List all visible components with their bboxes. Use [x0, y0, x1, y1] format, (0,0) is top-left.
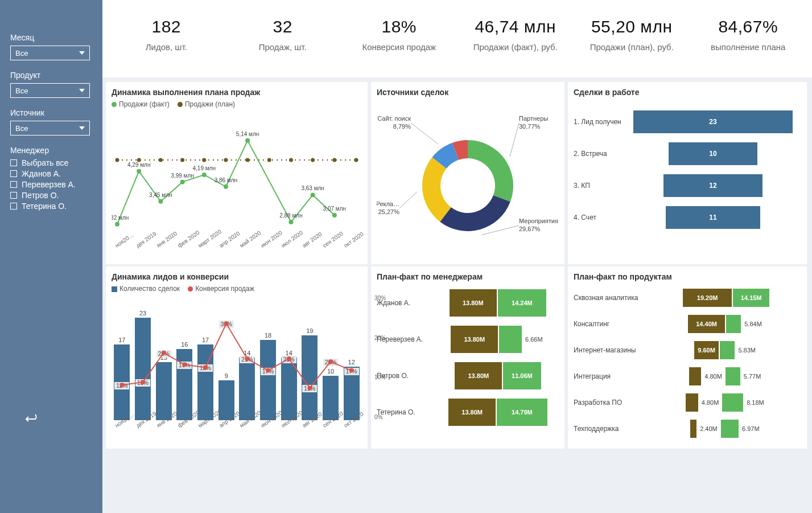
leads-bar: 2313% — [134, 310, 152, 420]
panel-leads-conversion: Динамика лидов и конверсии Количество сд… — [106, 266, 368, 449]
svg-text:5,14 млн: 5,14 млн — [236, 131, 259, 137]
kpi-card: 182Лидов, шт. — [108, 17, 225, 72]
svg-point-2 — [159, 158, 163, 162]
panel-plan-dynamics: Динамика выполнения плана продаж Продажи… — [106, 82, 368, 264]
svg-text:Рекла…: Рекла… — [377, 200, 399, 207]
funnel-row: 3. КП12 — [574, 170, 801, 202]
plan-fact-row: Техподдержка 2.40M 6.97M — [574, 416, 801, 442]
leads-bar: 1421% — [238, 350, 257, 420]
svg-point-22 — [224, 184, 228, 189]
panel-title: Источники сделок — [377, 88, 559, 97]
svg-point-6 — [246, 158, 250, 162]
checkbox-icon — [10, 159, 17, 166]
svg-point-9 — [311, 158, 315, 162]
chart-plan-dynamics: 2,82 млн4,29 млн3,45 млн3,99 млн4,19 млн… — [112, 110, 362, 241]
svg-text:3,07 млн: 3,07 млн — [323, 206, 346, 212]
kpi-card: 84,67%выполнение плана — [690, 17, 807, 72]
plan-fact-row: Интеграция 4.80M 5.77M — [574, 363, 801, 389]
leads-bar: 1911% — [300, 327, 319, 420]
kpi-value: 18% — [341, 17, 457, 36]
funnel-row: 4. Счет11 — [574, 202, 801, 233]
manager-checkbox[interactable]: Жданов А. — [10, 169, 96, 178]
leads-bar: 1421% — [279, 350, 298, 420]
main: 182Лидов, шт.32Продаж, шт.18%Конверсия п… — [102, 0, 812, 513]
svg-point-30 — [332, 213, 337, 217]
svg-text:Мероприятия: Мероприятия — [519, 217, 558, 224]
panel-managers: План-факт по менеджерам Жданов А. 13.80M… — [371, 266, 564, 449]
plan-fact-row: Сквозная аналитика 19.20M 14.15M — [574, 285, 801, 311]
checkbox-icon — [10, 203, 17, 210]
kpi-value: 182 — [108, 17, 225, 36]
sidebar: МесяцВсеПродуктВсеИсточникВсе Менеджер В… — [0, 0, 102, 513]
checkbox-icon — [10, 181, 17, 188]
svg-point-14 — [137, 169, 141, 174]
back-icon[interactable] — [23, 413, 39, 428]
panel-title: План-факт по менеджерам — [377, 272, 559, 281]
kpi-label: Продажи (план), руб. — [574, 42, 690, 52]
kpi-card: 55,20 млнПродажи (план), руб. — [574, 17, 690, 72]
panel-title: Сделки в работе — [574, 88, 801, 97]
svg-text:3,63 млн: 3,63 млн — [301, 185, 324, 191]
funnel-row: 2. Встреча10 — [574, 138, 801, 170]
leads-bar: 1323% — [154, 354, 173, 420]
filter-select[interactable]: Все — [10, 46, 90, 60]
legend: Количество сделок Конверсия продаж — [112, 285, 362, 293]
plan-fact-row: Интернет-магазины 9.60M 5.83M — [574, 337, 801, 363]
manager-filter-label: Менеджер — [10, 146, 96, 155]
svg-text:Партнеры: Партнеры — [519, 115, 548, 122]
checkbox-icon — [10, 192, 17, 199]
funnel-row: 1. Лид получен23 — [574, 106, 801, 138]
panel-pipeline: Сделки в работе 1. Лид получен232. Встре… — [568, 82, 807, 264]
checkbox-icon — [10, 170, 17, 177]
panel-title: Динамика лидов и конверсии — [112, 272, 362, 281]
svg-point-11 — [355, 158, 358, 162]
svg-text:25,27%: 25,27% — [378, 208, 400, 215]
chevron-down-icon — [79, 51, 85, 55]
svg-point-5 — [224, 158, 228, 162]
kpi-card: 18%Конверсия продаж — [341, 17, 457, 72]
kpi-label: Продажи (факт), руб. — [457, 42, 574, 52]
panel-products: План-факт по продуктам Сквозная аналитик… — [568, 266, 807, 449]
svg-text:4,29 млн: 4,29 млн — [127, 162, 150, 168]
funnel-bar: 11 — [666, 206, 760, 229]
svg-point-24 — [245, 138, 250, 143]
manager-checkbox[interactable]: Тетерина О. — [10, 202, 96, 211]
manager-checkbox[interactable]: Переверзев А. — [10, 180, 96, 189]
svg-point-16 — [158, 199, 163, 204]
kpi-label: Продаж, шт. — [225, 42, 341, 52]
svg-text:3,86 млн: 3,86 млн — [215, 177, 237, 183]
kpi-value: 55,20 млн — [574, 17, 690, 36]
legend: Продажи (факт) Продажи (план) — [112, 100, 362, 108]
filter-label: Продукт — [10, 71, 96, 80]
svg-line-38 — [399, 192, 417, 208]
filter-label: Месяц — [10, 33, 96, 42]
leads-bar: 1217% — [342, 359, 361, 420]
svg-point-7 — [267, 158, 271, 162]
leads-bar: 1712% — [113, 336, 131, 420]
filter-select[interactable]: Все — [10, 121, 90, 136]
kpi-row: 182Лидов, шт.32Продаж, шт.18%Конверсия п… — [102, 0, 812, 80]
svg-point-4 — [202, 158, 206, 162]
svg-text:8,79%: 8,79% — [393, 123, 411, 130]
plan-fact-row: Консалтинг 14.40M 5.84M — [574, 311, 801, 337]
svg-line-32 — [510, 123, 519, 157]
svg-text:30,77%: 30,77% — [519, 123, 541, 130]
chart-leads-bars: 1712%2313%1323%1619%1718%933%1421%1817%1… — [112, 295, 362, 420]
svg-text:3,45 млн: 3,45 млн — [149, 192, 172, 198]
panel-sources: Источники сделок Партнеры30,77%Мероприят… — [371, 82, 564, 264]
manager-checkbox[interactable]: Выбрать все — [10, 158, 96, 167]
kpi-label: Конверсия продаж — [341, 42, 457, 52]
filter-select[interactable]: Все — [10, 83, 90, 98]
kpi-card: 46,74 млнПродажи (факт), руб. — [457, 17, 574, 72]
svg-point-26 — [288, 220, 293, 224]
svg-text:Сайт. поиск: Сайт. поиск — [377, 115, 411, 122]
kpi-value: 32 — [225, 17, 341, 36]
panel-title: План-факт по продуктам — [574, 272, 801, 281]
svg-line-41 — [411, 123, 438, 144]
manager-checkbox[interactable]: Петров О. — [10, 191, 96, 200]
svg-point-18 — [180, 180, 185, 184]
filter-label: Источник — [10, 108, 96, 117]
kpi-card: 32Продаж, шт. — [225, 17, 341, 72]
chevron-down-icon — [79, 126, 85, 130]
funnel-bar: 12 — [663, 174, 763, 197]
